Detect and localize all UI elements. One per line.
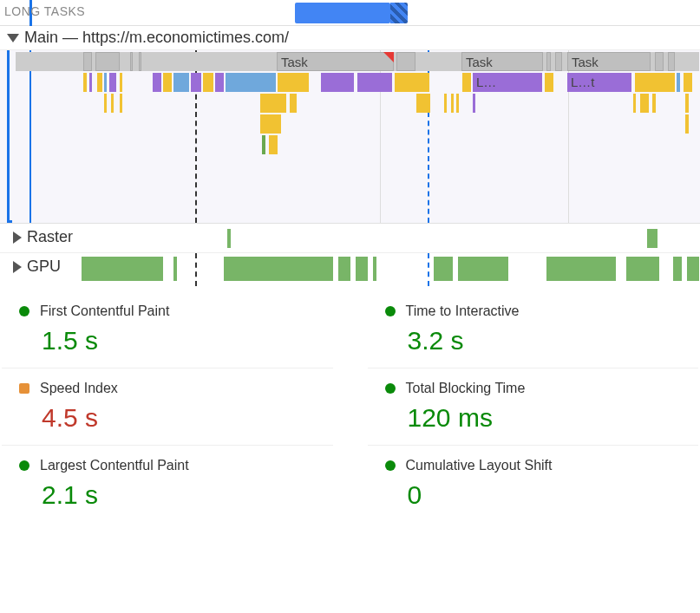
task-bar[interactable] xyxy=(668,52,675,71)
task-bar[interactable] xyxy=(555,52,562,71)
metric-lcp[interactable]: Largest Contentful Paint 2.1 s xyxy=(2,446,333,522)
activity-bar[interactable] xyxy=(321,73,354,92)
activity-bar[interactable] xyxy=(260,94,286,113)
metric-label: Speed Index xyxy=(40,381,118,396)
activity-bar[interactable] xyxy=(104,94,107,113)
metric-value: 4.5 s xyxy=(42,403,316,433)
activity-bar[interactable] xyxy=(652,94,656,113)
activity-bar[interactable] xyxy=(104,73,107,92)
gpu-track[interactable]: GPU xyxy=(0,253,700,286)
metric-label: Time to Interactive xyxy=(406,303,520,319)
activity-bar[interactable] xyxy=(163,73,172,92)
collapse-icon[interactable] xyxy=(7,34,19,42)
activity-bar[interactable] xyxy=(109,73,116,92)
activity-bar[interactable] xyxy=(444,94,447,113)
metric-value: 3.2 s xyxy=(408,326,682,355)
activity-bar[interactable] xyxy=(456,94,459,113)
gpu-bar[interactable] xyxy=(687,257,699,281)
activity-bar[interactable] xyxy=(473,94,475,113)
activity-bar[interactable] xyxy=(191,73,201,92)
long-task-warning-icon xyxy=(383,52,394,62)
activity-bar[interactable] xyxy=(416,94,430,113)
raster-track-label[interactable]: Raster xyxy=(13,228,73,246)
gpu-bar[interactable] xyxy=(82,257,163,281)
status-square-icon xyxy=(19,383,29,394)
gpu-track-label[interactable]: GPU xyxy=(13,258,61,276)
gpu-bar[interactable] xyxy=(546,257,616,281)
activity-bar[interactable] xyxy=(215,73,224,92)
activity-bar[interactable] xyxy=(153,73,161,92)
activity-bar[interactable] xyxy=(97,73,102,92)
expand-icon[interactable] xyxy=(13,261,22,273)
long-task-bar[interactable] xyxy=(295,3,390,23)
gpu-bar[interactable] xyxy=(356,257,368,281)
long-task-bar-hatched[interactable] xyxy=(390,3,408,23)
activity-bar[interactable] xyxy=(83,73,87,92)
activity-bar[interactable] xyxy=(290,94,297,113)
activity-bar[interactable] xyxy=(677,73,680,92)
metric-cls[interactable]: Cumulative Layout Shift 0 xyxy=(368,446,699,522)
activity-bar[interactable] xyxy=(269,135,278,154)
activity-bar[interactable] xyxy=(357,73,392,92)
main-track-header[interactable]: Main — https://m.economictimes.com/ xyxy=(0,26,700,50)
gpu-bar[interactable] xyxy=(338,257,350,281)
activity-bar[interactable]: L…t xyxy=(567,73,631,92)
raster-bar[interactable] xyxy=(227,229,231,248)
activity-bar[interactable] xyxy=(635,73,675,92)
activity-bar[interactable] xyxy=(685,94,689,113)
metric-value: 120 ms xyxy=(408,403,682,433)
activity-bar[interactable] xyxy=(685,114,689,134)
metric-tti[interactable]: Time to Interactive 3.2 s xyxy=(368,291,699,368)
gpu-bar[interactable] xyxy=(224,257,333,281)
activity-bar[interactable] xyxy=(278,73,309,92)
gpu-bar[interactable] xyxy=(373,257,376,281)
activity-bar[interactable] xyxy=(395,73,429,92)
activity-bar[interactable] xyxy=(260,114,281,134)
gpu-bar[interactable] xyxy=(673,257,682,281)
activity-bar[interactable] xyxy=(684,73,692,92)
raster-bar[interactable] xyxy=(647,229,657,248)
metric-label: Total Blocking Time xyxy=(406,381,526,396)
task-bar[interactable]: Task xyxy=(567,52,651,71)
activity-bar[interactable] xyxy=(262,135,265,154)
activity-bar[interactable] xyxy=(120,94,122,113)
task-bar[interactable] xyxy=(655,52,664,71)
gpu-bar[interactable] xyxy=(626,257,659,281)
metric-label: Cumulative Layout Shift xyxy=(406,458,553,473)
metric-fcp[interactable]: First Contentful Paint 1.5 s xyxy=(2,291,333,368)
status-dot-icon xyxy=(385,460,396,471)
activity-bar[interactable] xyxy=(203,73,213,92)
metric-speed-index[interactable]: Speed Index 4.5 s xyxy=(2,368,333,446)
metric-label: First Contentful Paint xyxy=(40,303,169,319)
gpu-bar[interactable] xyxy=(434,257,453,281)
metric-value: 2.1 s xyxy=(42,480,316,510)
task-bar[interactable]: Task xyxy=(461,52,543,71)
activity-bar[interactable] xyxy=(462,73,471,92)
task-bar[interactable] xyxy=(546,52,551,71)
task-bar[interactable] xyxy=(139,52,141,71)
task-bar[interactable] xyxy=(396,52,415,71)
metric-tbt[interactable]: Total Blocking Time 120 ms xyxy=(368,368,699,446)
task-bar[interactable] xyxy=(95,52,120,71)
status-dot-icon xyxy=(385,383,396,394)
flame-chart[interactable]: Task Task Task L… L…t xyxy=(0,50,700,224)
activity-bar[interactable] xyxy=(451,94,454,113)
activity-bar[interactable] xyxy=(545,73,553,92)
task-bar[interactable] xyxy=(130,52,133,71)
metrics-grid: First Contentful Paint 1.5 s Time to Int… xyxy=(0,286,700,527)
gpu-bar[interactable] xyxy=(458,257,508,281)
task-bar[interactable]: Task xyxy=(277,52,394,71)
activity-bar[interactable] xyxy=(640,94,649,113)
activity-bar[interactable] xyxy=(173,73,189,92)
gpu-bar[interactable] xyxy=(173,257,177,281)
activity-bar[interactable]: L… xyxy=(473,73,542,92)
activity-bar[interactable] xyxy=(111,94,114,113)
activity-bar[interactable] xyxy=(226,73,276,92)
task-bar[interactable] xyxy=(83,52,92,71)
activity-bar[interactable] xyxy=(89,73,92,92)
expand-icon[interactable] xyxy=(13,232,22,244)
activity-bar[interactable] xyxy=(633,94,636,113)
raster-track[interactable]: Raster xyxy=(0,224,700,253)
activity-bar[interactable] xyxy=(120,73,122,92)
metric-value: 1.5 s xyxy=(42,326,316,355)
